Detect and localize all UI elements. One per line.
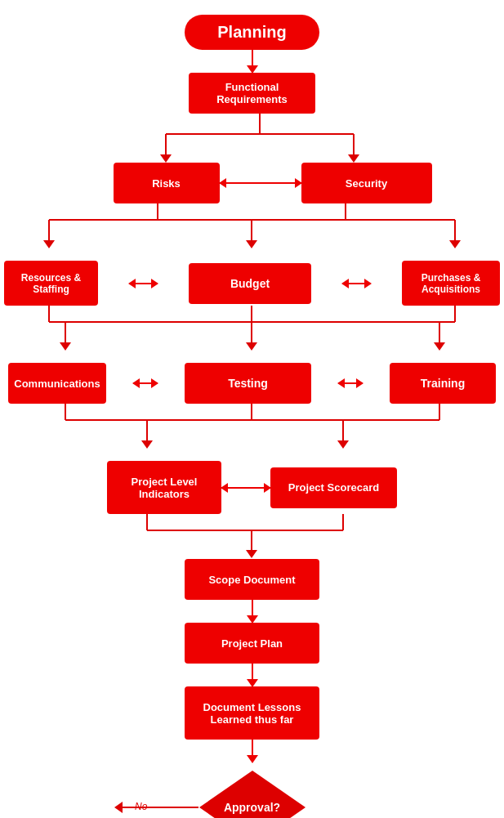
project-plan-node: Project Plan [185, 623, 319, 664]
branch-func-to-risks-security [8, 114, 496, 163]
svg-marker-32 [337, 440, 349, 449]
risks-node: Risks [114, 163, 220, 203]
svg-marker-37 [246, 550, 257, 558]
purchases-acquisitions-node: Purchases & Acquisitions [402, 261, 500, 306]
svg-marker-22 [246, 342, 257, 351]
branch-to-row5 [0, 404, 504, 461]
svg-marker-40 [114, 802, 123, 813]
arrow-comms-testing [133, 382, 158, 384]
arrow-risks-security [220, 182, 301, 184]
arrow-budget-purchases [342, 283, 371, 284]
approval-arrows-svg [0, 762, 504, 818]
branch-to-row3 [0, 203, 504, 261]
no-label: No [135, 798, 147, 813]
svg-marker-20 [60, 342, 71, 351]
resources-staffing-node: Resources & Staffing [4, 261, 98, 306]
training-node: Training [390, 363, 496, 404]
connector-svg-3 [0, 306, 504, 363]
approval-section: Approval? No Yes [0, 762, 504, 818]
testing-node: Testing [185, 363, 311, 404]
row-risks-security: Risks Security [8, 163, 496, 203]
row-resources-budget-purchases: Resources & Staffing Budget Purchases & … [0, 261, 504, 306]
project-scorecard-node: Project Scorecard [270, 467, 397, 508]
connector-svg-1 [8, 114, 504, 163]
flowchart: Planning Functional Requirements Risks S… [0, 0, 504, 818]
security-node: Security [301, 163, 432, 203]
arrow-plan-to-lessons [252, 664, 253, 686]
arrow-testing-training [338, 382, 363, 384]
arrow-pli-scorecard [221, 487, 270, 489]
svg-marker-12 [246, 240, 257, 248]
branch-to-row4 [0, 306, 504, 363]
connector-svg-4 [0, 404, 504, 461]
svg-marker-14 [449, 240, 461, 248]
svg-marker-3 [160, 154, 172, 163]
row-pli-scorecard: Project Level Indicators Project Scoreca… [0, 461, 504, 514]
svg-marker-5 [348, 154, 359, 163]
document-lessons-node: Document Lessons Learned thus far [185, 686, 319, 740]
arrow-resources-budget [129, 283, 158, 284]
svg-marker-10 [43, 240, 55, 248]
project-level-indicators-node: Project Level Indicators [107, 461, 221, 514]
connector-svg-2 [0, 203, 504, 261]
arrow-planning-to-func [252, 50, 253, 73]
arrow-scope-to-plan [252, 600, 253, 623]
scope-document-node: Scope Document [185, 559, 319, 600]
svg-marker-30 [141, 440, 153, 449]
row-comms-testing-training: Communications Testing Training [0, 363, 504, 404]
planning-node: Planning [185, 15, 319, 50]
connector-svg-5 [0, 514, 504, 559]
svg-marker-24 [434, 342, 445, 351]
communications-node: Communications [8, 363, 106, 404]
arrow-lessons-to-approval [252, 740, 253, 762]
budget-node: Budget [189, 263, 311, 304]
functional-requirements-node: Functional Requirements [189, 73, 315, 114]
connector-to-scope [0, 514, 504, 559]
